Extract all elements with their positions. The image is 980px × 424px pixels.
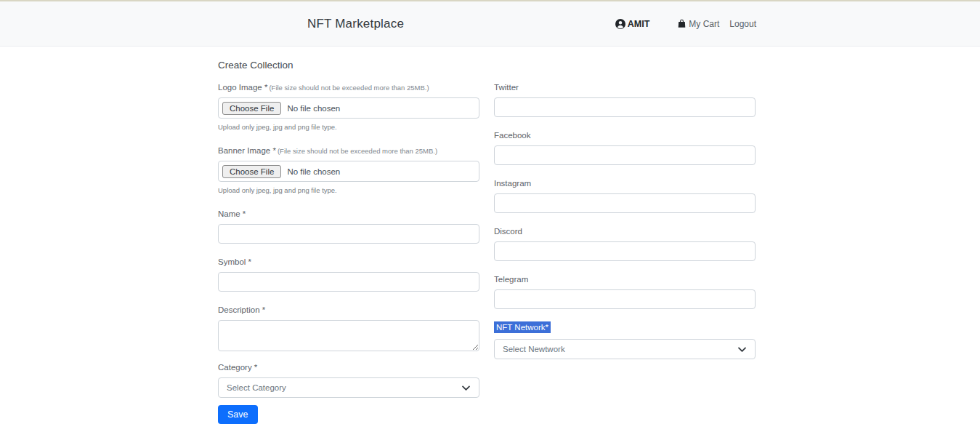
form-right-column: Twitter Facebook Instagram Discord Teleg…: [494, 80, 756, 424]
banner-file-input[interactable]: Choose File No file chosen: [218, 161, 479, 182]
category-select[interactable]: Select Category: [218, 377, 479, 398]
logout-link[interactable]: Logout: [729, 19, 756, 29]
logo-file-status: No file chosen: [287, 104, 340, 113]
create-collection-page: Create Collection Logo Image *(File size…: [0, 47, 980, 424]
telegram-group: Telegram: [494, 272, 756, 309]
logout-label: Logout: [729, 19, 756, 29]
cart-icon: [677, 19, 687, 28]
app-title: NFT Marketplace: [307, 17, 404, 31]
banner-file-status: No file chosen: [287, 167, 340, 176]
instagram-input[interactable]: [494, 193, 756, 213]
discord-label: Discord: [494, 227, 522, 236]
description-textarea[interactable]: [218, 320, 479, 351]
my-cart-label: My Cart: [689, 19, 719, 29]
category-selected-value: Select Category: [227, 383, 286, 392]
twitter-label: Twitter: [494, 83, 519, 92]
nft-network-group: NFT Network* Select Newtwork: [494, 320, 756, 359]
telegram-label: Telegram: [494, 275, 528, 284]
nft-network-label: NFT Network*: [494, 321, 551, 333]
network-selected-value: Select Newtwork: [503, 345, 565, 353]
form-left-column: Logo Image *(File size should not be exc…: [218, 80, 479, 424]
facebook-label: Facebook: [494, 131, 531, 140]
description-label: Description *: [218, 305, 265, 314]
category-label: Category *: [218, 363, 257, 372]
instagram-group: Instagram: [494, 176, 756, 213]
symbol-input[interactable]: [218, 272, 479, 292]
name-input[interactable]: [218, 224, 479, 244]
user-menu[interactable]: AMIT: [615, 19, 650, 29]
banner-image-group: Banner Image *(File size should not be e…: [218, 143, 479, 194]
logo-upload-note: Upload only jpeg, jpg and png file type.: [218, 123, 479, 131]
logo-choose-file-button[interactable]: Choose File: [222, 102, 281, 115]
logo-file-input[interactable]: Choose File No file chosen: [218, 97, 479, 119]
page-title: Create Collection: [218, 60, 980, 71]
user-icon: [615, 19, 625, 29]
discord-input[interactable]: [494, 241, 756, 261]
header: NFT Marketplace AMIT My Cart Logout: [0, 1, 980, 47]
logo-image-label: Logo Image *: [218, 83, 267, 92]
telegram-input[interactable]: [494, 289, 756, 309]
my-cart-link[interactable]: My Cart: [677, 19, 719, 29]
chevron-down-icon: [461, 383, 471, 393]
user-name: AMIT: [628, 19, 650, 29]
logo-size-hint: (File size should not be exceeded more t…: [269, 84, 429, 92]
description-group: Description *: [218, 303, 479, 351]
banner-choose-file-button[interactable]: Choose File: [222, 165, 281, 178]
chevron-down-icon: [737, 345, 747, 354]
nft-network-select[interactable]: Select Newtwork: [494, 339, 756, 359]
banner-upload-note: Upload only jpeg, jpg and png file type.: [218, 186, 479, 194]
twitter-input[interactable]: [494, 97, 756, 117]
header-right-nav: AMIT My Cart Logout: [615, 19, 756, 29]
symbol-label: Symbol *: [218, 257, 251, 266]
save-button[interactable]: Save: [218, 405, 258, 424]
twitter-group: Twitter: [494, 80, 756, 117]
name-label: Name *: [218, 209, 246, 218]
instagram-label: Instagram: [494, 179, 531, 188]
banner-size-hint: (File size should not be exceeded more t…: [278, 147, 437, 155]
name-group: Name *: [218, 207, 479, 244]
facebook-group: Facebook: [494, 128, 756, 165]
banner-image-label: Banner Image *: [218, 146, 276, 155]
symbol-group: Symbol *: [218, 255, 479, 292]
discord-group: Discord: [494, 224, 756, 261]
logo-image-group: Logo Image *(File size should not be exc…: [218, 80, 479, 131]
category-group: Category * Select Category: [218, 360, 479, 398]
facebook-input[interactable]: [494, 145, 756, 165]
